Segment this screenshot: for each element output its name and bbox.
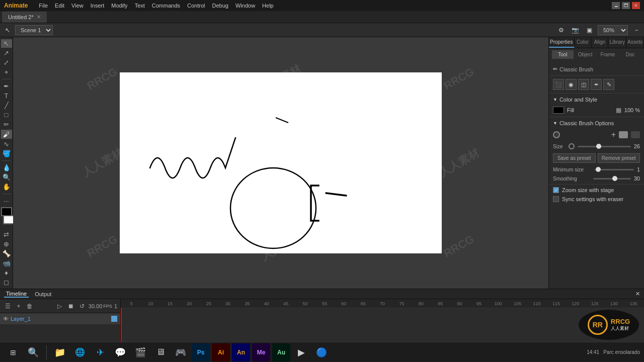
stage-icon[interactable]: ▣ [584, 25, 595, 36]
brush-options-header[interactable]: ▼ Classic Brush Options [549, 118, 644, 128]
tab-close-icon[interactable]: ✕ [37, 14, 41, 20]
swatch-2[interactable] [631, 131, 640, 138]
tab-tool[interactable]: Tool [552, 50, 574, 59]
add-layer-btn[interactable]: + [14, 302, 23, 311]
play-btn[interactable]: ▷ [55, 302, 64, 311]
menu-help[interactable]: Help [259, 2, 277, 10]
timeline-close[interactable]: ✕ [635, 291, 640, 297]
tab-doc[interactable]: Doc [619, 50, 641, 59]
min-size-thumb[interactable] [596, 167, 601, 172]
smoothing-thumb[interactable] [612, 176, 617, 181]
ink-tool[interactable]: ∿ [1, 140, 12, 148]
tab-object[interactable]: Object [575, 50, 596, 59]
close-button[interactable]: ✕ [632, 2, 640, 9]
start-button[interactable]: ⊞ [4, 343, 22, 361]
more-tools[interactable]: ··· [1, 197, 12, 205]
paint-selection-icon[interactable]: ✒ [591, 79, 602, 90]
steam-icon[interactable]: 🎮 [172, 343, 190, 361]
min-size-slider[interactable] [595, 169, 633, 170]
remove-preset-button[interactable]: Remove preset [598, 153, 640, 163]
media-encoder-icon[interactable]: Me [252, 343, 270, 361]
sync-eraser-checkbox[interactable] [553, 196, 559, 202]
color-style-header[interactable]: ▼ Color and Style [549, 95, 644, 105]
delete-layer-btn[interactable]: 🗑 [25, 302, 34, 311]
select-tool[interactable]: ↖ [1, 39, 12, 48]
search-button[interactable]: 🔍 [24, 343, 42, 361]
minimize-button[interactable]: 🗕 [612, 2, 620, 9]
menu-debug[interactable]: Debug [209, 2, 231, 10]
play-icon[interactable]: ▶ [292, 343, 310, 361]
eyedropper-tool[interactable]: 💧 [1, 163, 12, 172]
stage[interactable] [120, 72, 442, 253]
save-preset-button[interactable]: Save as preset [553, 153, 596, 163]
lasso-tool[interactable]: ⌖ [1, 68, 12, 76]
menu-window[interactable]: Window [232, 2, 258, 10]
asset-tool[interactable]: ♦ [1, 268, 12, 277]
text-tool[interactable]: T [1, 92, 12, 100]
media-player-icon[interactable]: 🎬 [131, 343, 149, 361]
hand-tool[interactable]: ✋ [1, 183, 12, 191]
swatch-1[interactable] [619, 131, 628, 138]
paint-normal-icon[interactable]: ⬛ [553, 79, 564, 90]
layer-visibility-icon[interactable]: 👁 [3, 316, 9, 322]
menu-edit[interactable]: Edit [52, 2, 67, 10]
camera2-tool[interactable]: 📹 [1, 259, 12, 267]
menu-file[interactable]: File [36, 2, 51, 10]
zoom-out-icon[interactable]: − [631, 25, 642, 36]
tab-frame[interactable]: Frame [597, 50, 619, 59]
telegram-icon[interactable]: ✈ [91, 343, 109, 361]
timeline-tab[interactable]: Timeline [4, 291, 29, 298]
maximize-button[interactable]: 🗖 [622, 2, 630, 9]
camera-icon[interactable]: 📷 [570, 25, 581, 36]
add-icon[interactable]: + [611, 130, 616, 139]
tab-assets[interactable]: Assets [626, 37, 644, 48]
line-tool[interactable]: ╱ [1, 101, 12, 110]
arrow-tool[interactable]: ↖ [2, 25, 13, 36]
new-layer-btn[interactable]: ☰ [3, 302, 12, 311]
size-slider[interactable] [578, 146, 631, 147]
edge-icon[interactable]: 🌐 [71, 343, 89, 361]
illustrator-icon[interactable]: Ai [212, 343, 230, 361]
loop-btn[interactable]: ↺ [77, 302, 87, 311]
paint-fills-icon[interactable]: ◉ [566, 79, 577, 90]
fill-type-icon[interactable]: ▦ [616, 107, 621, 114]
settings-icon2[interactable]: 🔵 [312, 343, 331, 361]
transform-tool[interactable]: ⤢ [1, 58, 12, 67]
fill-color-swatch[interactable] [553, 107, 564, 114]
paint-inside-icon[interactable]: ✎ [603, 79, 614, 90]
size-slider-thumb[interactable] [596, 144, 601, 149]
app6-icon[interactable]: 🖥 [151, 343, 170, 361]
menu-commands[interactable]: Commands [149, 2, 183, 10]
tab-color[interactable]: Color [575, 37, 592, 48]
audition-icon[interactable]: Au [272, 343, 290, 361]
swap-colors-icon[interactable]: ⇄ [1, 230, 12, 239]
zoom-tool[interactable]: 🔍 [1, 173, 12, 182]
tab-properties[interactable]: Properties [549, 37, 575, 48]
paint-bucket-tool[interactable]: 🪣 [1, 149, 12, 158]
zoom-selector[interactable]: 50% [598, 25, 628, 35]
color-dot[interactable] [553, 131, 560, 138]
whatsapp-icon[interactable]: 💬 [111, 343, 129, 361]
paint-behind-icon[interactable]: ◫ [578, 79, 589, 90]
subselect-tool[interactable]: ↗ [1, 49, 12, 57]
output-tab[interactable]: Output [33, 291, 53, 297]
menu-modify[interactable]: Modify [108, 2, 130, 10]
smoothing-slider[interactable] [593, 178, 630, 179]
settings-icon[interactable]: ⚙ [555, 25, 567, 36]
animate-icon[interactable]: An [232, 343, 250, 361]
rect-tool[interactable]: □ [1, 111, 12, 119]
stop-btn[interactable]: ⏹ [66, 302, 75, 311]
snap-tool[interactable]: ⊕ [1, 240, 12, 248]
zoom-stage-checkbox[interactable]: ✓ [553, 187, 559, 193]
menu-insert[interactable]: Insert [88, 2, 108, 10]
menu-view[interactable]: View [68, 2, 87, 10]
photoshop-icon[interactable]: Ps [192, 343, 210, 361]
menu-control[interactable]: Control [184, 2, 208, 10]
pen-tool[interactable]: ✒ [1, 82, 12, 90]
menu-text[interactable]: Text [132, 2, 148, 10]
eraser-tool[interactable]: ◻ [1, 278, 12, 287]
tab-library[interactable]: Library [608, 37, 626, 48]
document-tab[interactable]: Untitled 2* ✕ [2, 12, 47, 23]
bone-tool[interactable]: 🦴 [1, 249, 12, 258]
tab-align[interactable]: Align [592, 37, 609, 48]
